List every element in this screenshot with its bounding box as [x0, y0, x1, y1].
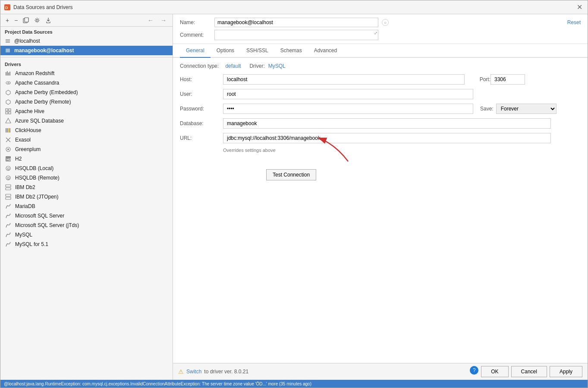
tab-general[interactable]: General: [180, 44, 211, 58]
comment-label: Comment:: [180, 32, 214, 38]
app-icon: D: [4, 4, 11, 11]
driver-hsqldb-remote[interactable]: Q HSQLDB (Remote): [0, 173, 173, 183]
forward-button[interactable]: →: [158, 16, 169, 25]
test-connection-button[interactable]: Test Connection: [266, 169, 316, 180]
comment-expand-icon[interactable]: ⤢: [374, 31, 377, 35]
driver-greenplum-label: Greenplum: [15, 146, 41, 152]
driver-azure-sql[interactable]: Azure SQL Database: [0, 116, 173, 126]
driver-h2-label: H2: [15, 156, 22, 162]
driver-exasol-label: Exasol: [15, 137, 31, 143]
status-text: @localhost:java.lang.RuntimeException: c…: [4, 382, 311, 386]
driver-apache-cassandra-label: Apache Cassandra: [15, 80, 59, 86]
driver-amazon-redshift[interactable]: Amazon Redshift: [0, 69, 173, 78]
switch-warning: ⚠ Switch to driver ver. 8.0.21: [178, 368, 248, 375]
ok-button[interactable]: OK: [481, 366, 508, 377]
driver-mariadb[interactable]: MariaDB: [0, 202, 173, 211]
add-button[interactable]: +: [4, 16, 11, 25]
driver-value[interactable]: MySQL: [268, 63, 286, 69]
comment-row: Comment: ⤢: [180, 30, 581, 40]
apache-hive-icon: [5, 108, 12, 115]
port-input[interactable]: [491, 74, 525, 85]
driver-hsqldb-local-label: HSQLDB (Local): [15, 165, 53, 171]
h2-icon: H2: [5, 155, 12, 162]
switch-link[interactable]: Switch: [186, 369, 201, 375]
driver-hsqldb-local[interactable]: Q HSQLDB (Local): [0, 164, 173, 173]
exasol-icon: [5, 136, 12, 143]
svg-rect-19: [9, 109, 11, 111]
database-input[interactable]: [223, 118, 551, 129]
settings-button[interactable]: [32, 16, 42, 24]
comment-input[interactable]: [214, 30, 378, 40]
datasource-selected-icon: [5, 47, 11, 54]
password-input[interactable]: [223, 104, 473, 114]
apply-button[interactable]: Apply: [550, 366, 582, 377]
driver-exasol[interactable]: Exasol: [0, 135, 173, 145]
datasource-at-localhost-label: @localhost: [14, 38, 40, 44]
driver-h2[interactable]: H2 H2: [0, 154, 173, 164]
driver-clickhouse[interactable]: ClickHouse: [0, 126, 173, 135]
driver-azure-sql-label: Azure SQL Database: [15, 118, 64, 124]
driver-label-text: Driver:: [249, 63, 264, 69]
hsqldb-remote-icon: Q: [5, 174, 12, 181]
help-button[interactable]: ?: [470, 366, 478, 375]
close-button[interactable]: ✕: [575, 3, 584, 11]
divider: [0, 57, 173, 57]
svg-text:H2: H2: [6, 158, 11, 161]
cancel-button[interactable]: Cancel: [511, 366, 547, 377]
name-input[interactable]: [214, 18, 378, 27]
tab-advanced[interactable]: Advanced: [308, 44, 343, 58]
apache-derby-embedded-icon: [5, 89, 12, 96]
datasource-managebook[interactable]: managebook@localhost: [0, 46, 173, 55]
svg-rect-26: [9, 128, 10, 132]
name-circle-btn[interactable]: ○: [382, 19, 389, 26]
port-label: Port:: [469, 76, 491, 82]
password-label: Password:: [180, 106, 223, 112]
svg-rect-39: [6, 194, 11, 196]
project-data-sources-label: Project Data Sources: [0, 27, 173, 36]
driver-ibm-db2-jtopen[interactable]: IBM Db2 (JTOpen): [0, 192, 173, 202]
datasource-icon: [5, 38, 11, 44]
switch-text: to driver ver. 8.0.21: [204, 369, 248, 375]
copy-button[interactable]: [21, 16, 31, 24]
driver-mysql[interactable]: MySQL: [0, 230, 173, 240]
driver-greenplum[interactable]: Greenplum: [0, 145, 173, 154]
svg-rect-20: [6, 112, 8, 114]
driver-apache-derby-remote[interactable]: Apache Derby (Remote): [0, 97, 173, 107]
title-bar: D Data Sources and Drivers ✕: [0, 0, 588, 14]
driver-hsqldb-remote-label: HSQLDB (Remote): [15, 175, 60, 181]
driver-mysql-51[interactable]: MySQL for 5.1: [0, 240, 173, 249]
datasource-at-localhost[interactable]: @localhost: [0, 36, 173, 46]
driver-apache-cassandra[interactable]: Apache Cassandra: [0, 78, 173, 88]
database-label: Database:: [180, 120, 223, 126]
connection-type-value[interactable]: default: [225, 63, 241, 69]
driver-mssql-jtds[interactable]: Microsoft SQL Server (jTds): [0, 221, 173, 230]
driver-apache-hive[interactable]: Apache Hive: [0, 107, 173, 116]
name-input-wrap: ○: [214, 18, 567, 27]
svg-rect-13: [7, 71, 8, 76]
host-row: Host: Port:: [180, 74, 581, 85]
driver-mariadb-label: MariaDB: [15, 203, 35, 209]
svg-rect-21: [9, 112, 11, 114]
host-label: Host:: [180, 76, 223, 82]
tab-options[interactable]: Options: [211, 44, 240, 58]
main-content: + −: [0, 14, 588, 380]
host-input[interactable]: [223, 74, 465, 85]
user-input[interactable]: [223, 89, 473, 99]
svg-text:Q: Q: [7, 167, 10, 170]
amazon-redshift-icon: [5, 70, 12, 77]
driver-apache-hive-label: Apache Hive: [15, 108, 44, 114]
driver-apache-derby-embedded[interactable]: Apache Derby (Embedded): [0, 88, 173, 97]
tab-sshssl[interactable]: SSH/SSL: [240, 44, 274, 58]
svg-marker-22: [6, 118, 11, 123]
reset-button[interactable]: Reset: [567, 19, 581, 25]
driver-ibm-db2[interactable]: IBM Db2: [0, 183, 173, 192]
driver-mssql[interactable]: Microsoft SQL Server: [0, 211, 173, 221]
export-button[interactable]: [44, 16, 53, 24]
remove-button[interactable]: −: [13, 16, 19, 25]
back-button[interactable]: ←: [145, 16, 156, 25]
tab-schemas[interactable]: Schemas: [274, 44, 308, 58]
driver-list: Amazon Redshift Apache Cassandra: [0, 69, 173, 380]
url-input[interactable]: [223, 133, 551, 143]
save-select[interactable]: Forever For session Never: [496, 104, 557, 114]
password-row: Password: Save: Forever For session Neve…: [180, 104, 581, 114]
